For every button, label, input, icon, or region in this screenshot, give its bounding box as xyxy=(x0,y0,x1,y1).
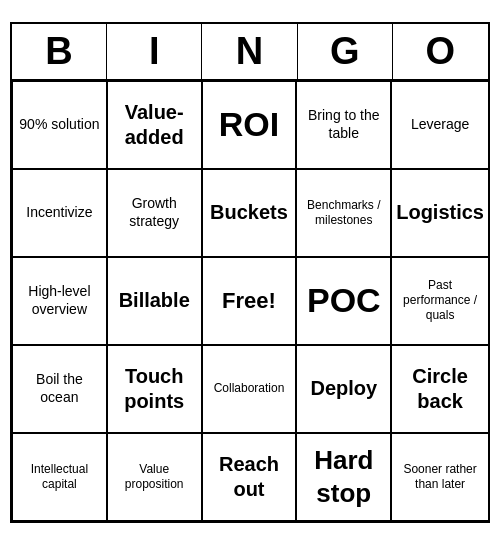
bingo-cell[interactable]: Logistics xyxy=(391,169,488,257)
bingo-grid: 90% solutionValue-addedROIBring to the t… xyxy=(12,81,488,521)
bingo-cell[interactable]: Value-added xyxy=(107,81,202,169)
bingo-cell[interactable]: High-level overview xyxy=(12,257,107,345)
bingo-cell[interactable]: Leverage xyxy=(391,81,488,169)
bingo-cell[interactable]: Touch points xyxy=(107,345,202,433)
bingo-cell[interactable]: Bring to the table xyxy=(296,81,391,169)
bingo-cell[interactable]: ROI xyxy=(202,81,297,169)
bingo-cell[interactable]: Circle back xyxy=(391,345,488,433)
bingo-cell[interactable]: Incentivize xyxy=(12,169,107,257)
bingo-cell[interactable]: Deploy xyxy=(296,345,391,433)
header-letter: O xyxy=(393,24,488,79)
bingo-cell[interactable]: Hard stop xyxy=(296,433,391,521)
bingo-cell[interactable]: Past performance / quals xyxy=(391,257,488,345)
bingo-cell[interactable]: Buckets xyxy=(202,169,297,257)
bingo-header: BINGO xyxy=(12,24,488,81)
header-letter: B xyxy=(12,24,107,79)
header-letter: G xyxy=(298,24,393,79)
header-letter: N xyxy=(202,24,297,79)
header-letter: I xyxy=(107,24,202,79)
bingo-cell[interactable]: POC xyxy=(296,257,391,345)
bingo-card: BINGO 90% solutionValue-addedROIBring to… xyxy=(10,22,490,523)
bingo-cell[interactable]: Reach out xyxy=(202,433,297,521)
bingo-cell[interactable]: Intellectual capital xyxy=(12,433,107,521)
bingo-cell[interactable]: 90% solution xyxy=(12,81,107,169)
bingo-cell[interactable]: Collaboration xyxy=(202,345,297,433)
bingo-cell[interactable]: Boil the ocean xyxy=(12,345,107,433)
bingo-cell[interactable]: Free! xyxy=(202,257,297,345)
bingo-cell[interactable]: Benchmarks / milestones xyxy=(296,169,391,257)
bingo-cell[interactable]: Value proposition xyxy=(107,433,202,521)
bingo-cell[interactable]: Growth strategy xyxy=(107,169,202,257)
bingo-cell[interactable]: Sooner rather than later xyxy=(391,433,488,521)
bingo-cell[interactable]: Billable xyxy=(107,257,202,345)
